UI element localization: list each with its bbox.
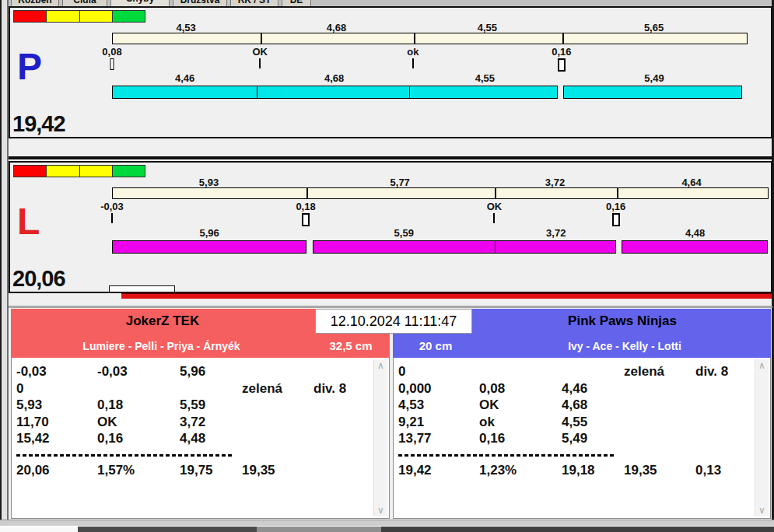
table-cell	[242, 414, 313, 431]
segment-time-label: 3,72	[546, 227, 566, 239]
table-cell: 0,08	[479, 380, 562, 397]
table-cell: 4,53	[398, 397, 479, 414]
box-marker-icon	[612, 213, 620, 226]
table-cell	[313, 430, 370, 447]
lane-track: 4,534,684,555,650,08OKok0,164,464,684,55…	[112, 22, 748, 99]
team-subheader: Lumiere - Pelli - Priya - Árnyék 32,5 cm	[11, 334, 390, 358]
lane-marker-glyphs	[112, 58, 748, 72]
lane-bottom-bar	[112, 240, 768, 254]
team-results-table: -0,03-0,035,960zelenádiv. 85,930,185,591…	[11, 358, 390, 519]
section-divider	[9, 306, 772, 308]
marker-label: 0,16	[552, 46, 571, 58]
marker-label: OK	[487, 201, 503, 212]
team-subheader: 20 cm Ivy - Ace - Kelly - Lotti	[393, 334, 771, 358]
table-cell	[624, 414, 695, 431]
lane-marker-labels: 0,08OKok0,16	[112, 46, 748, 58]
scroll-down-icon[interactable]: ∨	[374, 504, 387, 516]
table-rows: 0zelenádiv. 80,0000,084,464,53OK4,689,21…	[398, 363, 751, 447]
horizontal-scrollbar[interactable]	[0, 520, 774, 527]
jump-height-label: 32,5 cm	[312, 339, 390, 352]
table-totals-row: 20,061,57%19,7519,35	[16, 462, 370, 479]
table-cell: 0,16	[479, 430, 562, 447]
table-total-cell: 1,23%	[479, 462, 562, 479]
lane-letter: L	[17, 203, 40, 240]
segment-time-label: 5,65	[562, 22, 746, 33]
traffic-segment-2	[47, 11, 79, 22]
traffic-segment-1	[14, 11, 47, 22]
marker-label: 0,08	[102, 46, 121, 58]
lane-total-time: 20,06	[12, 266, 65, 292]
table-scrollbar[interactable]: ∧ ∨	[373, 359, 387, 516]
table-row: 11,70OK3,72	[16, 414, 370, 431]
traffic-segment-3	[80, 166, 113, 177]
segment-time-label: 4,53	[112, 22, 260, 33]
datetime-display: 12.10.2024 11:11:47	[315, 309, 472, 334]
table-cell: 4,46	[562, 380, 624, 397]
table-row: 5,930,185,59	[16, 397, 370, 414]
lane-divider	[9, 156, 772, 159]
table-cell: 0,000	[398, 380, 479, 397]
table-cell	[180, 380, 242, 397]
line-marker-icon	[412, 58, 414, 68]
lane-marker-labels: -0,030,18OK0,16	[112, 201, 769, 212]
table-total-cell: 20,06	[16, 462, 97, 479]
top-bar-segment	[617, 188, 769, 198]
table-cell: zelená	[624, 363, 695, 380]
line-marker-icon	[111, 213, 113, 223]
scroll-up-icon[interactable]: ∧	[374, 359, 387, 372]
table-cell	[695, 397, 751, 414]
bottom-bar-segment	[112, 86, 257, 99]
table-row: 13,770,165,49	[398, 430, 751, 447]
table-cell	[313, 363, 370, 380]
traffic-segment-4	[113, 11, 145, 22]
marker-label: OK	[253, 46, 268, 58]
segment-time-label: 4,68	[324, 72, 344, 84]
table-cell: 9,21	[398, 414, 479, 431]
scroll-up-icon[interactable]: ∧	[755, 359, 769, 372]
table-totals-row: 19,421,23%19,1819,350,13	[398, 462, 751, 479]
line-marker-icon	[493, 213, 495, 223]
traffic-segment-2	[47, 166, 79, 177]
table-cell	[624, 430, 695, 447]
line-marker-icon	[259, 58, 261, 68]
table-total-cell: 0,13	[695, 462, 751, 479]
table-cell: 0,18	[97, 397, 180, 414]
box-narrow-marker-icon	[110, 58, 114, 70]
table-cell	[695, 380, 751, 397]
lane-letter: P	[17, 48, 42, 86]
traffic-segment-3	[80, 11, 113, 22]
team-members: Ivy - Ace - Kelly - Lotti	[478, 340, 771, 352]
bottom-bar-segment	[409, 86, 558, 99]
left-window-edge	[0, 0, 9, 532]
segment-time-label: 3,72	[494, 177, 615, 187]
team-results-table: 0zelenádiv. 80,0000,084,464,53OK4,689,21…	[393, 358, 771, 519]
lane-top-bar	[112, 187, 769, 199]
table-cell: 4,55	[562, 414, 624, 431]
lane-top-bar	[112, 33, 748, 44]
team-members: Lumiere - Pelli - Priya - Árnyék	[11, 340, 312, 352]
table-scrollbar[interactable]: ∧ ∨	[755, 359, 769, 516]
table-cell	[695, 414, 751, 431]
traffic-light-icon	[13, 165, 145, 177]
lane-marker-glyphs	[112, 212, 769, 227]
lane-bottom-labels: 5,965,593,724,48	[112, 227, 769, 239]
bottom-bar-segment	[257, 86, 410, 99]
segment-time-label: 5,49	[644, 72, 664, 84]
lane-bottom-bar	[112, 86, 742, 99]
table-total-cell: 1,57%	[97, 462, 180, 479]
segment-time-label: 4,68	[260, 22, 413, 33]
lane-top-labels: 4,534,684,555,65	[112, 22, 748, 33]
segment-time-label: 5,59	[394, 227, 414, 239]
scroll-down-icon[interactable]: ∨	[755, 504, 769, 516]
marker-label: 0,18	[296, 201, 315, 212]
table-cell: div. 8	[695, 363, 751, 380]
bottom-bar-segment	[313, 240, 496, 254]
table-cell: 15,42	[16, 430, 97, 447]
top-bar-segment	[495, 188, 616, 198]
marker-label: -0,03	[100, 201, 124, 212]
table-cell	[242, 430, 313, 447]
progress-marker-box	[109, 285, 175, 292]
segment-time-label: 4,64	[616, 177, 768, 187]
table-cell: 0	[398, 363, 479, 380]
bottom-bar-segment	[112, 240, 306, 254]
